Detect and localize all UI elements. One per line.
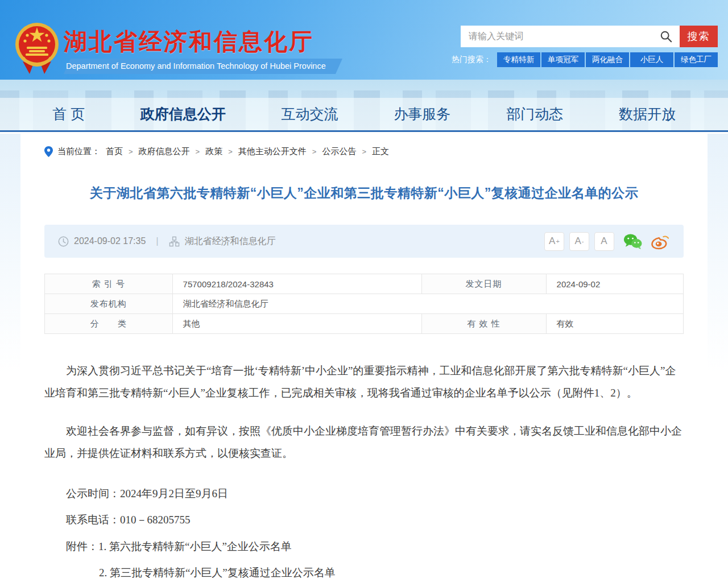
weibo-share-icon[interactable] bbox=[651, 233, 670, 250]
national-emblem-icon bbox=[15, 19, 59, 75]
document-info-table: 索 引 号 757009218/2024-32843 发文日期 2024-09-… bbox=[44, 274, 684, 334]
category-label: 分 类 bbox=[45, 314, 173, 334]
crumb-notices[interactable]: 公示公告 bbox=[322, 146, 356, 157]
paragraph: 欢迎社会各界参与监督，如有异议，按照《优质中小企业梯度培育管理暂行办法》中有关要… bbox=[44, 420, 684, 465]
nav-item-services[interactable]: 办事服务 bbox=[394, 105, 450, 123]
font-increase-button[interactable]: A+ bbox=[544, 232, 564, 251]
table-row: 分 类 其他 有 效 性 有效 bbox=[45, 314, 684, 334]
nav-item-department-news[interactable]: 部门动态 bbox=[506, 105, 563, 123]
source-org-icon bbox=[169, 236, 180, 247]
search-input[interactable] bbox=[461, 26, 680, 47]
crumb-separator: > bbox=[129, 147, 133, 156]
hot-tag-lvsegongchang[interactable]: 绿色工厂 bbox=[675, 52, 718, 67]
search-icon bbox=[660, 30, 672, 43]
attachment-link-2[interactable]: 2. 第三批专精特新“小巨人”复核通过企业公示名单 bbox=[44, 560, 684, 578]
site-subtitle: Department of Economy and Information Te… bbox=[64, 59, 336, 74]
meta-right: A+ A- A bbox=[539, 232, 670, 251]
crumb-gov-info[interactable]: 政府信息公开 bbox=[139, 146, 190, 157]
site-subtitle-ribbon: Department of Economy and Information Te… bbox=[64, 59, 336, 74]
font-decrease-button[interactable]: A- bbox=[569, 232, 589, 251]
font-reset-button[interactable]: A bbox=[594, 232, 614, 251]
crumb-policy[interactable]: 政策 bbox=[205, 146, 222, 157]
crumb-other-open-files[interactable]: 其他主动公开文件 bbox=[238, 146, 307, 157]
location-pin-icon bbox=[44, 146, 53, 157]
site-title: 湖北省经济和信息化厅 bbox=[64, 26, 314, 57]
content-background: 当前位置： 首页 > 政府信息公开 > 政策 > 其他主动公开文件 > 公示公告… bbox=[0, 134, 728, 578]
publish-datetime: 2024-09-02 17:35 bbox=[74, 236, 146, 246]
attachments-line-1: 附件：1. 第六批专精特新“小巨人”企业公示名单 bbox=[44, 534, 684, 560]
table-row: 发布机构 湖北省经济和信息化厅 bbox=[45, 294, 684, 314]
issue-date-value: 2024-09-02 bbox=[546, 274, 683, 294]
hot-tag-lianghuaronghe[interactable]: 两化融合 bbox=[586, 52, 629, 67]
meta-left: 2024-09-02 17:35 | 湖北省经济和信息化厅 bbox=[58, 236, 276, 247]
banner: 首 页 政府信息公开 互动交流 办事服务 部门动态 数据开放 bbox=[0, 80, 728, 132]
article-body: 为深入贯彻习近平总书记关于“培育一批‘专精特新’中小企业”的重要指示精神，工业和… bbox=[44, 360, 684, 578]
crumb-current-article: 正文 bbox=[372, 146, 389, 157]
publisher-value: 湖北省经济和信息化厅 bbox=[172, 294, 683, 314]
issue-date-label: 发文日期 bbox=[421, 274, 546, 294]
contact-phone-line: 联系电话：010－68205755 bbox=[44, 507, 684, 534]
site-header: 湖北省经济和信息化厅 Department of Economy and Inf… bbox=[0, 0, 728, 80]
crumb-separator: > bbox=[362, 147, 366, 156]
article-meta-bar: 2024-09-02 17:35 | 湖北省经济和信息化厅 A+ A- A bbox=[44, 225, 684, 258]
article-title: 关于湖北省第六批专精特新“小巨人”企业和第三批专精特新“小巨人”复核通过企业名单… bbox=[44, 184, 684, 202]
paragraph: 为深入贯彻习近平总书记关于“培育一批‘专精特新’中小企业”的重要指示精神，工业和… bbox=[44, 360, 684, 404]
crumb-separator: > bbox=[196, 147, 200, 156]
attachments-label: 附件： bbox=[66, 540, 98, 552]
notice-time-line: 公示时间：2024年9月2日至9月6日 bbox=[44, 481, 684, 507]
crumb-separator: > bbox=[312, 147, 317, 156]
main-nav: 首 页 政府信息公开 互动交流 办事服务 部门动态 数据开放 bbox=[0, 98, 728, 130]
clock-icon bbox=[58, 236, 69, 247]
validity-label: 有 效 性 bbox=[421, 314, 546, 334]
meta-divider: | bbox=[156, 236, 158, 247]
attachment-link-1[interactable]: 1. 第六批专精特新“小巨人”企业公示名单 bbox=[98, 540, 292, 552]
breadcrumb-label: 当前位置： bbox=[57, 146, 100, 157]
wechat-share-icon[interactable] bbox=[623, 233, 642, 250]
validity-value: 有效 bbox=[546, 314, 683, 334]
table-row: 索 引 号 757009218/2024-32843 发文日期 2024-09-… bbox=[45, 274, 684, 294]
index-number-label: 索 引 号 bbox=[45, 274, 173, 294]
hot-tag-danxiangguanjun[interactable]: 单项冠军 bbox=[541, 52, 585, 67]
nav-item-interaction[interactable]: 互动交流 bbox=[282, 105, 338, 123]
article-card: 当前位置： 首页 > 政府信息公开 > 政策 > 其他主动公开文件 > 公示公告… bbox=[20, 134, 708, 578]
search-button[interactable]: 搜索 bbox=[680, 26, 718, 47]
nav-item-home[interactable]: 首 页 bbox=[52, 105, 85, 123]
publisher-label: 发布机构 bbox=[45, 294, 173, 314]
breadcrumb: 当前位置： 首页 > 政府信息公开 > 政策 > 其他主动公开文件 > 公示公告… bbox=[44, 134, 684, 157]
hot-tag-zhuanjingtexin[interactable]: 专精特新 bbox=[497, 52, 540, 67]
publish-source: 湖北省经济和信息化厅 bbox=[185, 236, 276, 247]
crumb-home[interactable]: 首页 bbox=[106, 146, 123, 157]
hot-search-label: 热门搜索： bbox=[452, 55, 491, 65]
category-value: 其他 bbox=[172, 314, 421, 334]
nav-item-gov-info[interactable]: 政府信息公开 bbox=[140, 105, 226, 123]
index-number-value: 757009218/2024-32843 bbox=[172, 274, 421, 294]
nav-item-open-data[interactable]: 数据开放 bbox=[619, 105, 676, 123]
hot-search-row: 热门搜索： 专精特新 单项冠军 两化融合 小巨人 绿色工厂 bbox=[452, 52, 718, 67]
search-bar: 搜索 bbox=[461, 26, 718, 47]
hot-tag-xiaojuren[interactable]: 小巨人 bbox=[630, 52, 673, 67]
page: 湖北省经济和信息化厅 Department of Economy and Inf… bbox=[0, 0, 728, 578]
crumb-separator: > bbox=[228, 147, 233, 156]
